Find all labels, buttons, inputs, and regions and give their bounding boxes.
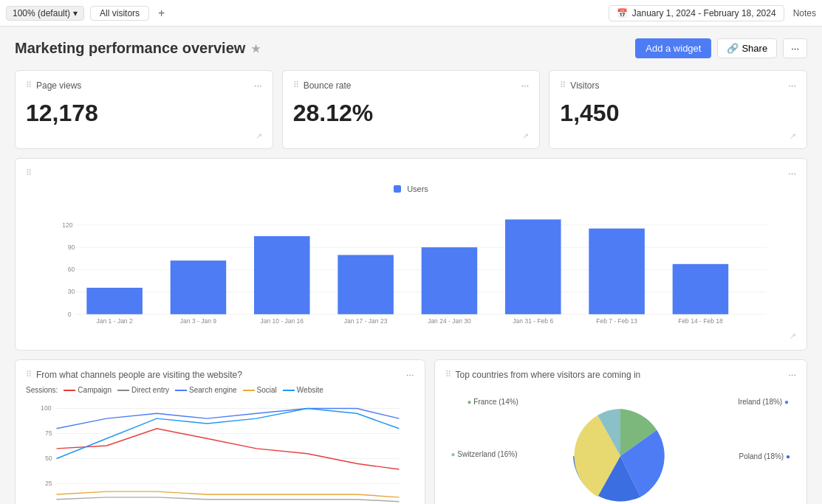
line-search bbox=[56, 409, 399, 429]
drag-handle-icon: ⠿ bbox=[445, 370, 451, 379]
pie-label-ireland: Ireland (18%) ● bbox=[738, 398, 789, 406]
kpi-card-page-views: ⠿ Page views ··· 12,178 ↗ bbox=[15, 70, 273, 149]
legend-direct: Direct entry bbox=[117, 386, 169, 394]
svg-text:100: 100 bbox=[41, 404, 52, 412]
svg-text:0: 0 bbox=[68, 311, 72, 318]
pie-label-poland: Poland (18%) ● bbox=[739, 452, 790, 460]
svg-text:Jan 3 - Jan 9: Jan 3 - Jan 9 bbox=[180, 317, 216, 325]
page-title-container: Marketing performance overview ★ bbox=[15, 40, 261, 57]
svg-text:50: 50 bbox=[45, 455, 52, 462]
kpi-value-page-views: 12,178 bbox=[26, 100, 262, 127]
svg-text:Jan 1 - Jan 2: Jan 1 - Jan 2 bbox=[97, 317, 133, 325]
topbar-left: 100% (default) ▾ All visitors + bbox=[6, 6, 168, 21]
svg-text:30: 30 bbox=[68, 288, 75, 295]
line-chart-header: ⠿ From what channels people are visiting… bbox=[26, 369, 414, 380]
kpi-value-bounce-rate: 28.12% bbox=[293, 100, 530, 127]
zoom-dropdown[interactable]: 100% (default) ▾ bbox=[6, 6, 84, 21]
bar-jan31-feb6 bbox=[505, 219, 561, 314]
kpi-card-header: ⠿ Page views ··· bbox=[26, 80, 262, 91]
bar-jan17-23 bbox=[338, 255, 394, 314]
line-chart-svg: 0 25 50 75 100 bbox=[26, 397, 414, 504]
kpi-card-visitors: ⠿ Visitors ··· 1,450 ↗ bbox=[549, 70, 807, 149]
page-actions: Add a widget 🔗 Share ··· bbox=[635, 38, 807, 58]
line-social bbox=[56, 491, 399, 497]
line-chart-title: From what channels people are visiting t… bbox=[36, 370, 242, 380]
svg-text:120: 120 bbox=[62, 221, 72, 229]
topbar-right: 📅 January 1, 2024 - February 18, 2024 No… bbox=[609, 5, 816, 21]
bar-feb14-18 bbox=[673, 264, 729, 314]
resize-icon: ↗ bbox=[790, 131, 796, 141]
svg-text:Jan 31 - Feb 6: Jan 31 - Feb 6 bbox=[513, 317, 553, 325]
add-tab-button[interactable]: + bbox=[155, 7, 168, 20]
card-menu-button-bounce-rate[interactable]: ··· bbox=[521, 80, 530, 91]
legend-social: Social bbox=[243, 386, 277, 394]
notes-button[interactable]: Notes bbox=[793, 8, 816, 18]
svg-text:Feb 7 - Feb 13: Feb 7 - Feb 13 bbox=[596, 317, 637, 325]
legend-search: Search engine bbox=[175, 386, 237, 394]
line-direct bbox=[56, 497, 399, 502]
drag-handle-icon: ⠿ bbox=[293, 80, 299, 90]
more-options-button[interactable]: ··· bbox=[783, 38, 807, 58]
bar-chart-card: ⠿ ··· Users 0 30 60 90 120 bbox=[15, 158, 807, 351]
link-icon: 🔗 bbox=[727, 43, 739, 54]
pie-chart-title: Top countries from where visitors are co… bbox=[456, 370, 641, 380]
kpi-title-visitors: Visitors bbox=[570, 80, 599, 91]
page-header: Marketing performance overview ★ Add a w… bbox=[15, 38, 807, 58]
bar-jan1-2 bbox=[86, 288, 143, 314]
drag-handle-icon: ⠿ bbox=[26, 80, 32, 90]
bar-legend-dot bbox=[394, 185, 401, 193]
legend-website: Website bbox=[283, 386, 323, 394]
line-campaign bbox=[56, 429, 399, 469]
svg-text:25: 25 bbox=[45, 480, 52, 487]
line-chart-menu-button[interactable]: ··· bbox=[406, 369, 414, 380]
calendar-icon: 📅 bbox=[617, 8, 628, 18]
card-menu-button-visitors[interactable]: ··· bbox=[788, 80, 796, 91]
bar-chart-header: ⠿ ··· bbox=[26, 168, 796, 179]
svg-text:90: 90 bbox=[68, 244, 75, 251]
legend-campaign: Campaign bbox=[64, 386, 112, 394]
kpi-card-bounce-rate: ⠿ Bounce rate ··· 28.12% ↗ bbox=[282, 70, 541, 149]
bar-jan3-9 bbox=[171, 260, 227, 314]
chevron-down-icon: ▾ bbox=[73, 8, 78, 18]
drag-handle-icon: ⠿ bbox=[560, 80, 566, 90]
bar-jan10-16 bbox=[254, 236, 310, 314]
card-menu-button-page-views[interactable]: ··· bbox=[254, 80, 262, 91]
bottom-row: ⠿ From what channels people are visiting… bbox=[15, 359, 807, 504]
line-chart-card: ⠿ From what channels people are visiting… bbox=[15, 359, 425, 504]
resize-icon: ↗ bbox=[522, 131, 529, 141]
pie-chart-card: ⠿ Top countries from where visitors are … bbox=[434, 359, 807, 504]
pie-chart-menu-button[interactable]: ··· bbox=[788, 369, 796, 380]
drag-handle-icon: ⠿ bbox=[26, 168, 32, 178]
date-range-picker[interactable]: 📅 January 1, 2024 - February 18, 2024 bbox=[609, 5, 784, 21]
page-title-text: Marketing performance overview bbox=[15, 40, 245, 57]
favorite-icon[interactable]: ★ bbox=[251, 43, 261, 55]
tab-all-visitors[interactable]: All visitors bbox=[90, 6, 149, 21]
bar-chart-legend: Users bbox=[26, 184, 796, 193]
kpi-title-page-views: Page views bbox=[36, 80, 81, 91]
pie-chart-header: ⠿ Top countries from where visitors are … bbox=[445, 369, 796, 380]
bar-chart-menu-button[interactable]: ··· bbox=[788, 168, 796, 179]
pie-label-france: ● France (14%) bbox=[467, 398, 518, 406]
page-content: Marketing performance overview ★ Add a w… bbox=[0, 27, 822, 504]
bar-chart-svg: 0 30 60 90 120 Jan 1 - Jan 2 Jan 3 - Jan… bbox=[26, 199, 796, 325]
bar-jan24-30 bbox=[422, 247, 478, 314]
svg-text:Jan 10 - Jan 16: Jan 10 - Jan 16 bbox=[260, 317, 304, 325]
resize-icon: ↗ bbox=[790, 331, 796, 341]
kpi-row: ⠿ Page views ··· 12,178 ↗ ⠿ Bounce rate … bbox=[15, 70, 807, 149]
bar-chart: Users 0 30 60 90 120 Jan 1 - Jan 2 bbox=[26, 184, 796, 327]
add-widget-button[interactable]: Add a widget bbox=[635, 38, 711, 58]
svg-text:Feb 14 - Feb 18: Feb 14 - Feb 18 bbox=[678, 317, 723, 325]
kpi-value-visitors: 1,450 bbox=[560, 100, 796, 127]
svg-text:Jan 24 - Jan 30: Jan 24 - Jan 30 bbox=[428, 317, 471, 325]
svg-text:Jan 17 - Jan 23: Jan 17 - Jan 23 bbox=[344, 317, 388, 325]
bar-legend-label: Users bbox=[407, 184, 428, 193]
share-button[interactable]: 🔗 Share bbox=[717, 38, 777, 58]
kpi-title-bounce-rate: Bounce rate bbox=[304, 80, 352, 91]
svg-text:75: 75 bbox=[45, 429, 52, 437]
resize-icon: ↗ bbox=[256, 131, 262, 141]
sessions-label: Sessions: bbox=[26, 386, 58, 394]
pie-label-switzerland: ● Switzerland (16%) bbox=[451, 450, 518, 458]
pie-chart-container: ● France (14%) Ireland (18%) ● Poland (1… bbox=[445, 386, 796, 504]
pie-svg bbox=[561, 397, 679, 504]
date-range-label: January 1, 2024 - February 18, 2024 bbox=[632, 8, 776, 18]
